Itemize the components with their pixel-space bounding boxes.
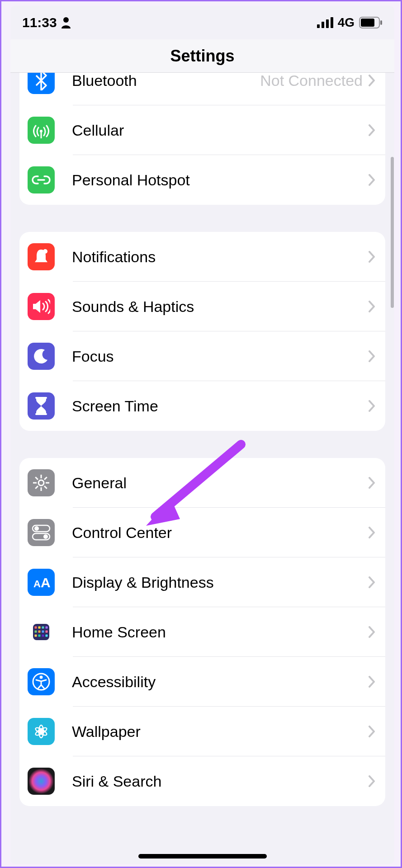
chevron-right-icon [368,251,375,263]
svg-text:A: A [33,578,41,590]
svg-rect-11 [35,397,47,399]
settings-row-cellular[interactable]: Cellular [19,105,385,155]
flower-icon [28,718,55,745]
chevron-right-icon [368,676,375,688]
settings-row-control-center[interactable]: Control Center [19,508,385,557]
apps-grid-icon [28,618,55,646]
svg-rect-36 [46,631,48,633]
svg-point-42 [40,676,43,679]
chevron-right-icon [368,775,375,787]
page-title: Settings [170,47,234,66]
hourglass-icon [28,392,55,420]
row-label: Home Screen [72,623,368,641]
svg-point-50 [28,769,54,794]
chevron-right-icon [368,726,375,737]
svg-line-19 [35,477,38,480]
svg-point-13 [38,480,44,486]
accessibility-icon [28,668,55,695]
row-label: Focus [72,348,368,365]
settings-content[interactable]: Bluetooth Not Connected Cellular Persona… [10,73,394,864]
svg-point-10 [43,249,47,254]
signal-icon [317,17,333,28]
row-label: Accessibility [72,673,368,691]
svg-rect-34 [38,631,41,633]
settings-row-notifications[interactable]: Notifications [19,232,385,282]
row-label: Notifications [72,248,368,266]
text-size-icon: AA [28,569,55,596]
chevron-right-icon [368,124,375,136]
svg-rect-29 [35,627,37,629]
scrollbar[interactable] [391,157,394,308]
phone-frame: 11:33 4G Settings Bluetooth Not Connecte… [10,6,394,864]
toggles-icon [28,519,55,546]
chevron-right-icon [368,477,375,489]
moon-icon [28,343,55,370]
settings-group: Notifications Sounds & Haptics Focus Scr… [19,232,385,431]
svg-text:A: A [41,575,51,590]
link-icon [28,166,55,193]
svg-rect-39 [42,635,44,637]
siri-icon [28,768,55,795]
svg-point-25 [43,534,48,539]
settings-row-home-screen[interactable]: Home Screen [19,607,385,657]
settings-row-accessibility[interactable]: Accessibility [19,657,385,707]
status-bar: 11:33 4G [10,6,394,39]
settings-row-screen-time[interactable]: Screen Time [19,381,385,431]
network-type: 4G [338,15,355,30]
svg-rect-6 [380,20,382,25]
settings-row-wallpaper[interactable]: Wallpaper [19,707,385,756]
svg-line-21 [44,477,47,480]
status-time: 11:33 [22,15,57,30]
svg-rect-38 [38,635,41,637]
row-label: Wallpaper [72,723,368,741]
battery-icon [359,17,383,28]
chevron-right-icon [368,626,375,638]
svg-point-23 [34,526,39,531]
svg-rect-37 [35,635,37,637]
svg-rect-31 [42,627,44,629]
row-label: Siri & Search [72,773,368,790]
settings-group: General Control Center AA Display & Brig… [19,458,385,806]
svg-rect-1 [317,24,320,28]
antenna-icon [28,117,55,144]
svg-rect-4 [331,17,333,28]
person-icon [61,17,71,28]
svg-rect-33 [35,631,37,633]
svg-point-49 [39,730,43,733]
chevron-right-icon [368,400,375,412]
chevron-right-icon [368,75,375,86]
chevron-right-icon [368,527,375,538]
row-label: Screen Time [72,397,368,415]
svg-rect-3 [326,19,329,28]
row-label: Control Center [72,524,368,542]
row-label: Sounds & Haptics [72,298,368,316]
gear-icon [28,469,55,496]
svg-line-15 [44,486,47,489]
svg-point-0 [63,17,69,23]
home-indicator[interactable] [138,854,267,859]
row-label: Cellular [72,122,368,139]
chevron-right-icon [368,174,375,186]
settings-row-display-brightness[interactable]: AA Display & Brightness [19,557,385,607]
svg-rect-40 [46,635,48,637]
svg-rect-2 [322,22,324,28]
settings-row-personal-hotspot[interactable]: Personal Hotspot [19,155,385,205]
settings-row-focus[interactable]: Focus [19,331,385,381]
bell-icon [28,243,55,270]
row-label: General [72,474,368,492]
row-value: Not Connected [260,73,363,90]
row-label: Bluetooth [72,73,260,90]
chevron-right-icon [368,576,375,588]
svg-rect-35 [42,631,44,633]
settings-row-bluetooth[interactable]: Bluetooth Not Connected [19,73,385,105]
row-label: Display & Brightness [72,574,368,591]
settings-row-general[interactable]: General [19,458,385,508]
header: Settings [10,39,394,73]
row-label: Personal Hotspot [72,171,368,189]
svg-rect-7 [361,19,374,27]
svg-rect-12 [35,413,47,415]
chevron-right-icon [368,301,375,312]
svg-rect-32 [46,627,48,629]
settings-row-sounds-haptics[interactable]: Sounds & Haptics [19,282,385,331]
settings-row-siri-search[interactable]: Siri & Search [19,756,385,806]
